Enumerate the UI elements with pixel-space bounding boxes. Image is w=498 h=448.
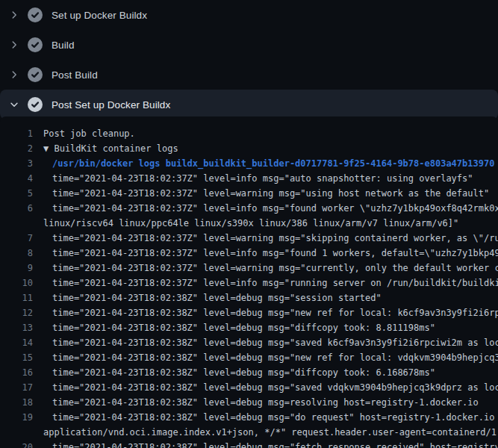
- line-number: [0, 216, 33, 231]
- chevron-right-icon: [7, 38, 21, 52]
- log-line: 5time="2021-04-23T18:02:37Z" level=warni…: [0, 186, 498, 201]
- log-line: 15time="2021-04-23T18:02:38Z" level=debu…: [0, 350, 498, 365]
- log-line: 12time="2021-04-23T18:02:38Z" level=debu…: [0, 305, 498, 320]
- log-line: 18time="2021-04-23T18:02:38Z" level=debu…: [0, 395, 498, 410]
- log-text: time="2021-04-23T18:02:37Z" level=info m…: [52, 201, 498, 216]
- log-text: time="2021-04-23T18:02:37Z" level=info m…: [52, 276, 498, 290]
- steps-list: Set up Docker Buildx Build Post Build: [0, 0, 498, 119]
- line-number[interactable]: 18: [0, 395, 33, 410]
- log-line: 20time="2021-04-23T18:02:38Z" level=debu…: [0, 440, 498, 448]
- step-label: Post Set up Docker Buildx: [52, 99, 170, 111]
- line-number[interactable]: 20: [0, 440, 33, 448]
- step-header-post-set-up-docker-buildx[interactable]: Post Set up Docker Buildx: [0, 90, 498, 119]
- log-line: 10time="2021-04-23T18:02:37Z" level=info…: [0, 276, 498, 290]
- log-line: 14time="2021-04-23T18:02:38Z" level=debu…: [0, 335, 498, 350]
- log-text: time="2021-04-23T18:02:37Z" level=info m…: [52, 246, 498, 261]
- line-number[interactable]: 10: [0, 276, 33, 290]
- log-lines: 1Post job cleanup.2▼ BuildKit container …: [0, 126, 498, 448]
- log-line: 3/usr/bin/docker logs buildx_buildkit_bu…: [0, 156, 498, 171]
- log-line: 19time="2021-04-23T18:02:38Z" level=debu…: [0, 410, 498, 425]
- line-number[interactable]: 16: [0, 365, 33, 380]
- log-line: 17time="2021-04-23T18:02:38Z" level=debu…: [0, 380, 498, 395]
- log-line: 16time="2021-04-23T18:02:38Z" level=debu…: [0, 365, 498, 380]
- log-text: time="2021-04-23T18:02:38Z" level=debug …: [52, 350, 498, 365]
- line-number[interactable]: 2: [0, 141, 33, 156]
- line-number[interactable]: 8: [0, 246, 33, 261]
- step-label: Set up Docker Buildx: [52, 10, 147, 21]
- line-number[interactable]: 12: [0, 305, 33, 320]
- line-number[interactable]: 14: [0, 335, 33, 350]
- log-text: time="2021-04-23T18:02:38Z" level=debug …: [52, 380, 498, 395]
- log-line: 7time="2021-04-23T18:02:37Z" level=warni…: [0, 231, 498, 246]
- log-line: 4time="2021-04-23T18:02:37Z" level=info …: [0, 171, 498, 186]
- line-number[interactable]: 9: [0, 261, 33, 276]
- log-line-wrap: linux/riscv64 linux/ppc64le linux/s390x …: [0, 216, 498, 231]
- log-line: 13time="2021-04-23T18:02:38Z" level=debu…: [0, 320, 498, 335]
- line-number[interactable]: 6: [0, 201, 33, 216]
- check-circle-icon: [28, 7, 43, 22]
- log-line: 8time="2021-04-23T18:02:37Z" level=info …: [0, 246, 498, 261]
- chevron-right-icon: [7, 68, 21, 81]
- line-number[interactable]: 1: [0, 126, 33, 141]
- log-line-wrap: application/vnd.oci.image.index.v1+json,…: [0, 425, 498, 440]
- check-circle-icon: [28, 97, 43, 112]
- log-line: 2▼ BuildKit container logs: [0, 141, 498, 156]
- log-text: time="2021-04-23T18:02:38Z" level=debug …: [52, 365, 435, 380]
- log-command-text: /usr/bin/docker logs buildx_buildkit_bui…: [52, 156, 494, 171]
- line-number[interactable]: 15: [0, 350, 33, 365]
- log-text: application/vnd.oci.image.index.v1+json,…: [43, 425, 498, 440]
- check-circle-icon: [28, 37, 43, 52]
- log-section: 1Post job cleanup.2▼ BuildKit container …: [0, 116, 498, 448]
- log-text: time="2021-04-23T18:02:38Z" level=debug …: [52, 395, 479, 410]
- chevron-right-icon: [7, 8, 21, 22]
- line-number[interactable]: 4: [0, 171, 33, 186]
- step-header-build[interactable]: Build: [0, 30, 498, 60]
- chevron-down-icon: [7, 98, 21, 111]
- log-text: time="2021-04-23T18:02:37Z" level=info m…: [52, 171, 473, 186]
- line-number[interactable]: 11: [0, 290, 33, 305]
- step-label: Post Build: [52, 69, 98, 81]
- log-text: time="2021-04-23T18:02:38Z" level=debug …: [52, 320, 435, 335]
- log-text: time="2021-04-23T18:02:38Z" level=debug …: [52, 305, 498, 320]
- log-line: 1Post job cleanup.: [0, 126, 498, 141]
- line-number[interactable]: 5: [0, 186, 33, 201]
- line-number[interactable]: 7: [0, 231, 33, 246]
- log-text: time="2021-04-23T18:02:38Z" level=debug …: [52, 290, 382, 305]
- line-number[interactable]: 13: [0, 320, 33, 335]
- log-text: linux/riscv64 linux/ppc64le linux/s390x …: [43, 216, 458, 231]
- step-label: Build: [52, 40, 75, 51]
- line-number[interactable]: 17: [0, 380, 33, 395]
- step-header-post-build[interactable]: Post Build: [0, 60, 498, 90]
- step-header-set-up-docker-buildx[interactable]: Set up Docker Buildx: [0, 0, 498, 30]
- check-circle-icon: [28, 67, 43, 82]
- log-text: time="2021-04-23T18:02:38Z" level=debug …: [52, 335, 498, 350]
- log-line: 9time="2021-04-23T18:02:37Z" level=warni…: [0, 261, 498, 276]
- log-group-toggle[interactable]: ▼ BuildKit container logs: [43, 141, 178, 156]
- line-number[interactable]: 19: [0, 410, 33, 425]
- log-text: time="2021-04-23T18:02:37Z" level=warnin…: [52, 261, 498, 276]
- line-number[interactable]: 3: [0, 156, 33, 171]
- log-text: Post job cleanup.: [43, 126, 135, 141]
- workflow-log-viewer: Set up Docker Buildx Build Post Build: [0, 0, 498, 448]
- line-number: [0, 425, 33, 440]
- log-text: time="2021-04-23T18:02:37Z" level=warnin…: [52, 231, 498, 246]
- log-text: time="2021-04-23T18:02:37Z" level=warnin…: [52, 186, 489, 201]
- log-line: 11time="2021-04-23T18:02:38Z" level=debu…: [0, 290, 498, 305]
- log-line: 6time="2021-04-23T18:02:37Z" level=info …: [0, 201, 498, 216]
- log-text: time="2021-04-23T18:02:38Z" level=debug …: [52, 410, 498, 425]
- log-text: time="2021-04-23T18:02:38Z" level=debug …: [52, 440, 498, 448]
